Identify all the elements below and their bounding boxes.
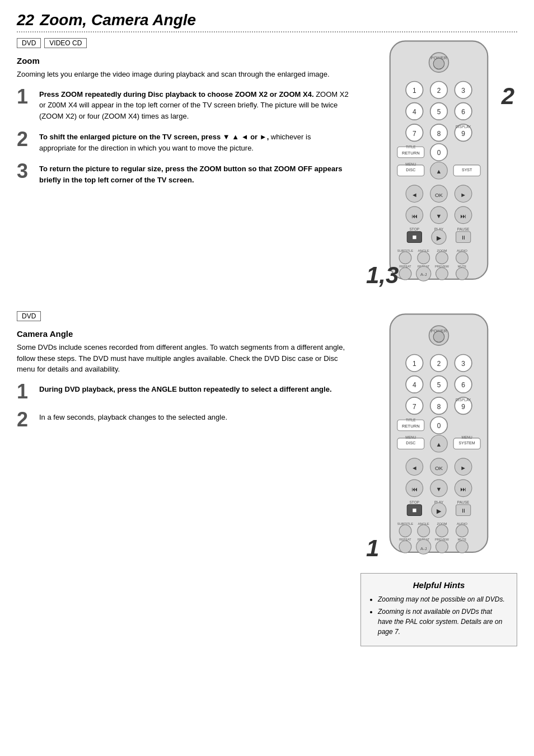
camera-step-num-2: 2 [17,410,34,430]
svg-text:3: 3 [461,87,465,95]
svg-text:▼: ▼ [436,213,442,219]
svg-point-143 [399,541,411,553]
camera-step-2: 2 In a few seconds, playback changes to … [17,410,349,430]
svg-text:⏭: ⏭ [460,213,466,219]
svg-text:7: 7 [413,130,416,138]
camera-step-text-2: In a few seconds, playback changes to th… [39,410,227,423]
svg-text:4: 4 [413,382,416,389]
svg-point-137 [436,525,448,537]
svg-text:SYSTEM: SYSTEM [459,441,475,445]
svg-text:9: 9 [461,403,465,411]
svg-text:▼: ▼ [436,486,442,492]
svg-point-72 [436,267,448,280]
svg-text:MENU: MENU [405,435,416,439]
step-num-1: 1 [17,87,34,107]
zoom-step-2: 2 To shift the enlarged picture on the T… [17,129,349,153]
svg-text:DISC: DISC [406,168,415,172]
svg-text:⏸: ⏸ [461,508,466,514]
svg-text:■: ■ [412,233,416,241]
svg-point-138 [456,525,469,537]
svg-point-63 [456,252,469,264]
dvd-badge: DVD [17,38,41,48]
svg-text:⏮: ⏮ [411,213,418,219]
svg-text:8: 8 [437,403,441,411]
zoom-remote-svg: POWER 1 2 3 4 5 6 7 8 [372,38,506,294]
svg-text:RETURN: RETURN [402,151,420,156]
zoom-steps: 1 Press ZOOM repeatedly during Disc play… [17,87,349,186]
hint-item-1: Zooming may not be possible on all DVDs. [378,594,508,604]
svg-text:MENU: MENU [462,435,473,439]
svg-text:▲: ▲ [436,441,442,448]
step-text-3: To return the picture to regular size, p… [39,161,349,185]
svg-text:2: 2 [437,87,441,95]
svg-text:A-J: A-J [420,546,427,551]
svg-point-77 [433,331,444,342]
camera-steps: 1 During DVD playback, press the ANGLE b… [17,382,349,430]
zoom-badges: DVD VIDEO CD [17,38,349,48]
svg-text:PAUSE: PAUSE [457,227,470,231]
svg-text:⏮: ⏮ [411,486,418,492]
section-divider [17,31,517,32]
camera-step-num-1: 1 [17,382,34,402]
dvd-badge-2: DVD [17,311,41,321]
helpful-hints-list: Zooming may not be possible on all DVDs.… [370,594,508,637]
svg-text:OK: OK [435,192,443,198]
page-number: 22 [17,11,34,29]
camera-step-indicator: 1 [366,535,379,562]
svg-text:TITLE: TITLE [406,419,416,422]
zoom-content-left: DVD VIDEO CD Zoom Zooming lets you enlar… [17,38,349,294]
svg-text:STOP: STOP [410,500,420,504]
camera-badges: DVD [17,311,349,321]
svg-text:RETURN: RETURN [402,424,420,429]
svg-point-3 [433,58,444,69]
zoom-description: Zooming lets you enlarge the video image… [17,69,349,80]
helpful-hints-title: Helpful Hints [370,580,508,590]
svg-point-136 [418,525,430,537]
video-cd-badge: VIDEO CD [44,38,87,48]
step-text-1: Press ZOOM repeatedly during Disc playba… [39,87,349,122]
svg-text:▶: ▶ [437,234,442,241]
svg-text:STOP: STOP [410,227,420,231]
hint-item-2: Zooming is not available on DVDs that ha… [378,607,508,637]
zoom-step-1: 1 Press ZOOM repeatedly during Disc play… [17,87,349,122]
svg-text:⏸: ⏸ [461,234,466,241]
svg-point-62 [436,252,448,264]
zoom-step-indicator: 1,3 [366,262,399,289]
svg-text:TITLE: TITLE [406,145,416,149]
svg-text:DISPLAY: DISPLAY [456,125,471,129]
svg-text:1: 1 [413,360,416,368]
svg-text:6: 6 [461,382,465,389]
svg-point-61 [418,252,430,264]
svg-text:1: 1 [413,87,416,95]
camera-content-left: DVD Camera Angle Some DVDs include scene… [17,311,349,646]
svg-text:0: 0 [437,149,441,157]
camera-step-1: 1 During DVD playback, press the ANGLE b… [17,382,349,402]
svg-text:A-J: A-J [420,272,427,277]
camera-description: Some DVDs include scenes recorded from d… [17,342,349,375]
svg-text:⏭: ⏭ [460,486,466,492]
svg-text:2: 2 [437,360,441,368]
helpful-hints-box: Helpful Hints Zooming may not be possibl… [360,573,517,646]
camera-remote-container: POWER 1 2 3 4 5 6 7 8 9 DISPLA [360,311,517,567]
page-title: Zoom, Camera Angle [40,11,196,29]
camera-step-text-1: During DVD playback, press the ANGLE but… [39,382,332,395]
svg-text:DISC: DISC [406,441,415,445]
svg-text:◄: ◄ [411,191,418,198]
svg-text:7: 7 [413,403,416,411]
zoom-section: DVD VIDEO CD Zoom Zooming lets you enlar… [17,38,517,294]
svg-point-73 [456,267,469,280]
svg-text:►: ► [460,464,466,471]
svg-text:DISPLAY: DISPLAY [456,398,471,402]
camera-section: DVD Camera Angle Some DVDs include scene… [17,311,517,646]
svg-point-146 [436,541,448,553]
svg-text:MENU: MENU [405,162,416,166]
step-num-2: 2 [17,129,34,149]
zoom-step-3: 3 To return the picture to regular size,… [17,161,349,185]
svg-text:6: 6 [461,108,465,116]
page-header: 22 Zoom, Camera Angle [17,11,517,29]
svg-point-69 [399,267,411,280]
svg-text:5: 5 [437,108,441,116]
svg-point-135 [399,525,411,537]
camera-remote-svg: POWER 1 2 3 4 5 6 7 8 9 DISPLA [372,311,506,567]
svg-text:8: 8 [437,130,441,138]
